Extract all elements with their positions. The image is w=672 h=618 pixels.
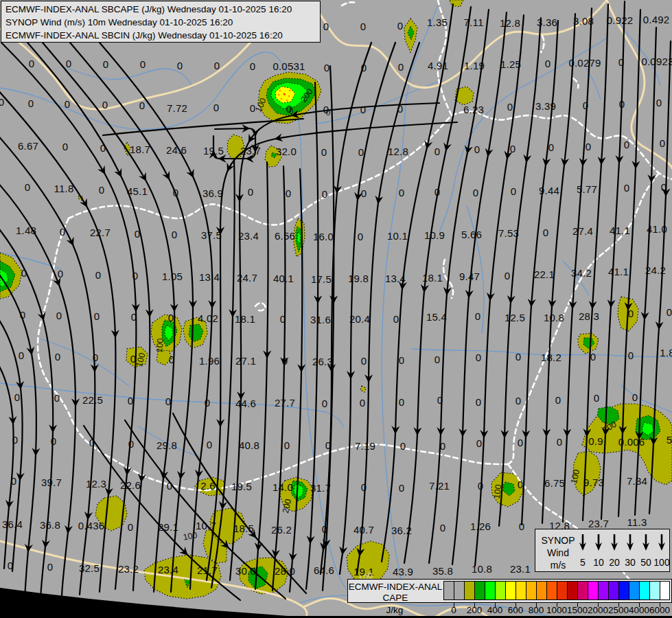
cape-tick-label: 4000: [629, 605, 649, 615]
cape-color-cell: [598, 581, 608, 600]
cape-color-cell: [536, 581, 546, 600]
cape-color-cell: [577, 581, 588, 600]
wind-arrow-icon: [642, 534, 650, 551]
wind-legend-units: m/s: [535, 560, 581, 571]
cape-color-cell: [639, 581, 649, 600]
product-title-line: ECMWF-INDEX-ANAL SBCAPE (J/kg) Wednesday…: [5, 3, 316, 16]
wind-arrow-icon: [579, 534, 587, 551]
cape-color-cell: [629, 581, 639, 600]
wind-speed-label: 5: [580, 557, 586, 568]
cape-color-cell: [546, 581, 557, 600]
cape-color-cell: [454, 581, 464, 600]
cape-tick-label: 400: [487, 605, 503, 615]
wind-arrow-icon: [610, 534, 618, 551]
cape-tick-label: 0: [451, 605, 456, 615]
wind-streamlines-layer: [0, 0, 672, 618]
cape-legend-units: J/kg: [371, 605, 419, 615]
cape-color-cell: [608, 581, 618, 600]
product-title-line: ECMWF-INDEX-ANAL SBCIN (J/kg) Wednesday …: [5, 29, 316, 42]
streamlines: [0, 1, 671, 600]
wind-legend-subtitle: Wind: [535, 547, 581, 558]
cape-color-cell: [443, 581, 454, 600]
cape-color-cell: [618, 581, 629, 600]
cape-legend-subtitle: CAPE: [348, 593, 443, 603]
wind-speed-label: 20: [609, 557, 620, 568]
wind-speed-label: 10: [593, 557, 604, 568]
wind-arrow-icon: [626, 534, 634, 551]
wind-speed-label: 100: [653, 557, 669, 568]
cape-tick-label: 6000: [649, 605, 670, 615]
product-title-box: ECMWF-INDEX-ANAL SBCAPE (J/kg) Wednesday…: [1, 1, 321, 43]
wind-arrow-icon: [594, 534, 603, 551]
product-title-line: SYNOP Wind (m/s) 10m Wednesday 01-10-202…: [5, 16, 316, 29]
cape-tick-label: 200: [467, 605, 483, 615]
wind-speed-label: 30: [625, 557, 636, 568]
wind-arrow-icon: [658, 534, 666, 551]
cape-tick-label: 1000: [546, 605, 567, 615]
cape-color-cell: [515, 581, 526, 600]
cape-color-cell: [495, 581, 505, 600]
cape-color-cell: [505, 581, 515, 600]
cape-tick-label: 800: [529, 605, 544, 615]
cape-color-cell: [557, 581, 567, 600]
cape-tick-label: 2500: [608, 605, 629, 615]
wind-speed-legend: SYNOP Wind m/s 510203050100: [535, 529, 670, 572]
cape-color-cell: [660, 581, 670, 600]
cape-tick-label: 2000: [588, 605, 608, 615]
cape-color-scale: [443, 581, 670, 602]
wind-speed-label: 50: [640, 557, 651, 568]
cape-tick-label: 600: [508, 605, 524, 615]
cape-color-cell: [485, 581, 495, 600]
wind-legend-title: SYNOP: [535, 535, 581, 546]
cape-color-cell: [464, 581, 474, 600]
cape-color-cell: [649, 581, 660, 600]
cape-color-cell: [588, 581, 598, 600]
cape-color-cell: [567, 581, 577, 600]
weather-map-root: 0001.357.1112.83.363.080.9220.4920000000…: [0, 0, 672, 618]
cape-legend-title: ECMWF-INDEX-ANAL: [348, 582, 443, 592]
cape-tick-label: 1500: [567, 605, 588, 615]
cape-color-cell: [474, 581, 485, 600]
cape-color-cell: [526, 581, 536, 600]
